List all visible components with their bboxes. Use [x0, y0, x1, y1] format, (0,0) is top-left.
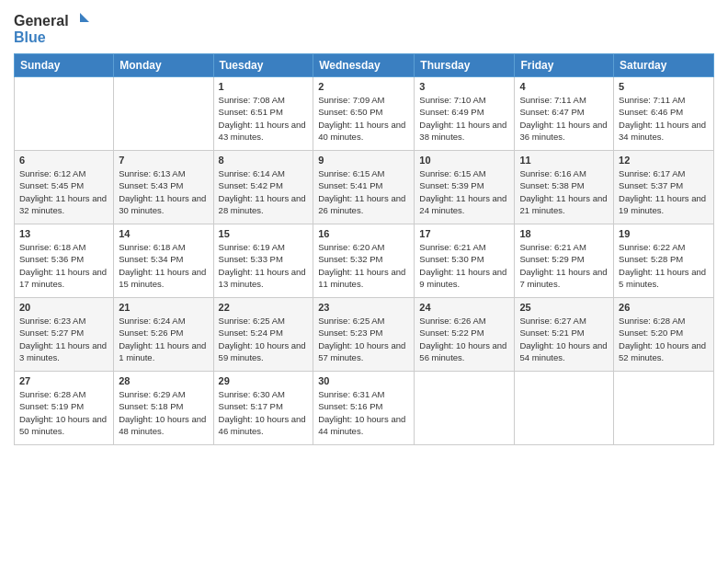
day-number: 18 — [519, 228, 609, 239]
days-header-row: SundayMondayTuesdayWednesdayThursdayFrid… — [15, 54, 714, 77]
day-number: 19 — [619, 228, 709, 239]
calendar-cell: 27Sunrise: 6:28 AM Sunset: 5:19 PM Dayli… — [15, 372, 114, 445]
day-number: 8 — [219, 155, 309, 166]
day-info: Sunrise: 6:26 AM Sunset: 5:22 PM Dayligh… — [419, 315, 509, 363]
calendar-cell: 9Sunrise: 6:15 AM Sunset: 5:41 PM Daylig… — [313, 151, 415, 224]
calendar-body: 1Sunrise: 7:08 AM Sunset: 6:51 PM Daylig… — [15, 77, 714, 445]
calendar-cell: 24Sunrise: 6:26 AM Sunset: 5:22 PM Dayli… — [415, 298, 515, 372]
day-info: Sunrise: 6:21 AM Sunset: 5:29 PM Dayligh… — [519, 241, 609, 290]
calendar-cell: 23Sunrise: 6:25 AM Sunset: 5:23 PM Dayli… — [313, 298, 415, 372]
day-info: Sunrise: 7:10 AM Sunset: 6:49 PM Dayligh… — [419, 94, 509, 143]
svg-marker-1 — [80, 13, 89, 22]
calendar-cell: 17Sunrise: 6:21 AM Sunset: 5:30 PM Dayli… — [415, 224, 515, 298]
day-number: 27 — [19, 375, 108, 386]
day-info: Sunrise: 6:19 AM Sunset: 5:33 PM Dayligh… — [219, 241, 309, 290]
day-header-thursday: Thursday — [415, 54, 515, 77]
header: General Blue — [14, 9, 714, 46]
day-number: 30 — [318, 375, 409, 386]
day-info: Sunrise: 7:11 AM Sunset: 6:47 PM Dayligh… — [519, 94, 609, 143]
calendar-cell: 7Sunrise: 6:13 AM Sunset: 5:43 PM Daylig… — [114, 151, 213, 224]
calendar-cell: 5Sunrise: 7:11 AM Sunset: 6:46 PM Daylig… — [614, 77, 714, 151]
day-header-saturday: Saturday — [614, 54, 714, 77]
day-info: Sunrise: 6:28 AM Sunset: 5:19 PM Dayligh… — [19, 388, 108, 437]
calendar-cell — [15, 77, 114, 151]
calendar-week-4: 20Sunrise: 6:23 AM Sunset: 5:27 PM Dayli… — [15, 298, 714, 372]
day-info: Sunrise: 6:29 AM Sunset: 5:18 PM Dayligh… — [119, 388, 208, 437]
day-header-sunday: Sunday — [15, 54, 114, 77]
day-number: 10 — [419, 155, 509, 166]
day-info: Sunrise: 6:30 AM Sunset: 5:17 PM Dayligh… — [219, 388, 309, 437]
calendar-cell: 20Sunrise: 6:23 AM Sunset: 5:27 PM Dayli… — [15, 298, 114, 372]
day-number: 25 — [519, 302, 609, 313]
day-number: 20 — [19, 302, 108, 313]
day-info: Sunrise: 6:14 AM Sunset: 5:42 PM Dayligh… — [219, 167, 309, 216]
day-info: Sunrise: 6:25 AM Sunset: 5:23 PM Dayligh… — [318, 315, 409, 363]
page: General Blue SundayMondayTuesdayWednesda… — [0, 0, 728, 563]
calendar-cell: 10Sunrise: 6:15 AM Sunset: 5:39 PM Dayli… — [415, 151, 515, 224]
calendar-cell: 4Sunrise: 7:11 AM Sunset: 6:47 PM Daylig… — [515, 77, 614, 151]
calendar-cell: 13Sunrise: 6:18 AM Sunset: 5:36 PM Dayli… — [15, 224, 114, 298]
day-info: Sunrise: 6:23 AM Sunset: 5:27 PM Dayligh… — [19, 315, 108, 363]
calendar-week-1: 1Sunrise: 7:08 AM Sunset: 6:51 PM Daylig… — [15, 77, 714, 151]
day-info: Sunrise: 6:22 AM Sunset: 5:28 PM Dayligh… — [619, 241, 709, 290]
calendar-cell: 11Sunrise: 6:16 AM Sunset: 5:38 PM Dayli… — [515, 151, 614, 224]
day-number: 9 — [318, 155, 409, 166]
day-info: Sunrise: 6:27 AM Sunset: 5:21 PM Dayligh… — [519, 315, 609, 363]
calendar-cell: 19Sunrise: 6:22 AM Sunset: 5:28 PM Dayli… — [614, 224, 714, 298]
day-number: 29 — [219, 375, 309, 386]
day-header-monday: Monday — [114, 54, 213, 77]
day-header-tuesday: Tuesday — [213, 54, 313, 77]
calendar-week-5: 27Sunrise: 6:28 AM Sunset: 5:19 PM Dayli… — [15, 372, 714, 445]
calendar-cell: 2Sunrise: 7:09 AM Sunset: 6:50 PM Daylig… — [313, 77, 415, 151]
day-info: Sunrise: 6:21 AM Sunset: 5:30 PM Dayligh… — [419, 241, 509, 290]
day-info: Sunrise: 6:13 AM Sunset: 5:43 PM Dayligh… — [119, 167, 208, 216]
day-info: Sunrise: 6:18 AM Sunset: 5:34 PM Dayligh… — [119, 241, 208, 290]
calendar-cell: 15Sunrise: 6:19 AM Sunset: 5:33 PM Dayli… — [213, 224, 313, 298]
day-number: 1 — [219, 81, 309, 92]
day-info: Sunrise: 6:31 AM Sunset: 5:16 PM Dayligh… — [318, 388, 409, 437]
calendar-cell: 12Sunrise: 6:17 AM Sunset: 5:37 PM Dayli… — [614, 151, 714, 224]
calendar-cell: 18Sunrise: 6:21 AM Sunset: 5:29 PM Dayli… — [515, 224, 614, 298]
day-number: 17 — [419, 228, 509, 239]
day-number: 14 — [119, 228, 208, 239]
day-info: Sunrise: 6:18 AM Sunset: 5:36 PM Dayligh… — [19, 241, 108, 290]
day-number: 5 — [619, 81, 709, 92]
day-number: 24 — [419, 302, 509, 313]
calendar-cell — [114, 77, 213, 151]
calendar-cell: 26Sunrise: 6:28 AM Sunset: 5:20 PM Dayli… — [614, 298, 714, 372]
calendar-cell: 8Sunrise: 6:14 AM Sunset: 5:42 PM Daylig… — [213, 151, 313, 224]
calendar-table: SundayMondayTuesdayWednesdayThursdayFrid… — [14, 53, 714, 445]
calendar-cell: 1Sunrise: 7:08 AM Sunset: 6:51 PM Daylig… — [213, 77, 313, 151]
calendar-cell: 25Sunrise: 6:27 AM Sunset: 5:21 PM Dayli… — [515, 298, 614, 372]
day-number: 16 — [318, 228, 409, 239]
day-number: 11 — [519, 155, 609, 166]
day-header-wednesday: Wednesday — [313, 54, 415, 77]
calendar-week-2: 6Sunrise: 6:12 AM Sunset: 5:45 PM Daylig… — [15, 151, 714, 224]
day-number: 6 — [19, 155, 108, 166]
day-number: 22 — [219, 302, 309, 313]
calendar-cell: 6Sunrise: 6:12 AM Sunset: 5:45 PM Daylig… — [15, 151, 114, 224]
calendar-week-3: 13Sunrise: 6:18 AM Sunset: 5:36 PM Dayli… — [15, 224, 714, 298]
day-info: Sunrise: 7:09 AM Sunset: 6:50 PM Dayligh… — [318, 94, 409, 143]
day-number: 4 — [519, 81, 609, 92]
day-number: 23 — [318, 302, 409, 313]
day-number: 3 — [419, 81, 509, 92]
day-number: 7 — [119, 155, 208, 166]
day-info: Sunrise: 6:17 AM Sunset: 5:37 PM Dayligh… — [619, 167, 709, 216]
day-info: Sunrise: 6:15 AM Sunset: 5:41 PM Dayligh… — [318, 167, 409, 216]
day-info: Sunrise: 7:08 AM Sunset: 6:51 PM Dayligh… — [219, 94, 309, 143]
calendar-cell: 21Sunrise: 6:24 AM Sunset: 5:26 PM Dayli… — [114, 298, 213, 372]
calendar-cell: 28Sunrise: 6:29 AM Sunset: 5:18 PM Dayli… — [114, 372, 213, 445]
day-info: Sunrise: 6:25 AM Sunset: 5:24 PM Dayligh… — [219, 315, 309, 363]
calendar-cell: 3Sunrise: 7:10 AM Sunset: 6:49 PM Daylig… — [415, 77, 515, 151]
logo: General Blue — [14, 9, 97, 46]
calendar-cell — [415, 372, 515, 445]
calendar-cell: 30Sunrise: 6:31 AM Sunset: 5:16 PM Dayli… — [313, 372, 415, 445]
calendar-cell: 22Sunrise: 6:25 AM Sunset: 5:24 PM Dayli… — [213, 298, 313, 372]
day-number: 2 — [318, 81, 409, 92]
day-info: Sunrise: 6:12 AM Sunset: 5:45 PM Dayligh… — [19, 167, 108, 216]
svg-text:Blue: Blue — [14, 29, 46, 45]
day-header-friday: Friday — [515, 54, 614, 77]
day-info: Sunrise: 6:16 AM Sunset: 5:38 PM Dayligh… — [519, 167, 609, 216]
day-number: 13 — [19, 228, 108, 239]
